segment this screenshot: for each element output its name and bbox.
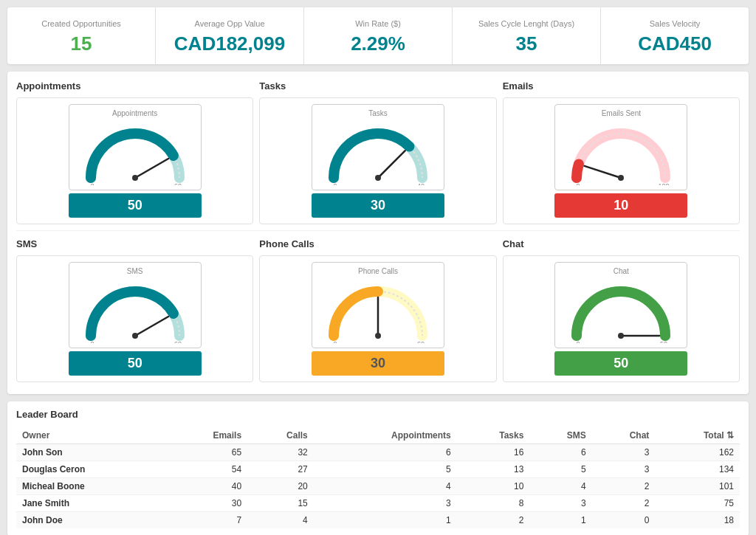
svg-point-21 [618, 333, 624, 339]
lb-cell-7: 75 [655, 495, 740, 512]
kpi-label-avg-opp-value: Average Opp Value [163, 19, 296, 28]
lb-cell-5: 3 [529, 495, 591, 512]
lb-col-emails: Emails [166, 427, 247, 444]
svg-point-9 [618, 175, 624, 181]
sort-icon[interactable]: ⇅ [726, 430, 734, 441]
gauge-inner-label-chat-gauge: Chat [561, 267, 681, 275]
gauge-panel-emails-gauge: Emails Sent 0 100 10 [503, 97, 740, 224]
gauge-inner-label-tasks-gauge: Tasks [318, 109, 438, 117]
table-row: Micheal Boone402041042101 [16, 478, 740, 495]
lb-col-chat: Chat [592, 427, 656, 444]
kpi-card-sales-cycle: Sales Cycle Lenght (Days) 35 [453, 7, 601, 64]
gauge-value-tasks-gauge: 30 [312, 193, 444, 218]
lb-cell-3: 4 [314, 478, 457, 495]
lb-cell-6: 2 [592, 478, 656, 495]
appointments-section-title: Appointments [16, 80, 253, 97]
sms-section-title: SMS [16, 238, 253, 255]
kpi-label-sales-cycle: Sales Cycle Lenght (Days) [460, 19, 593, 28]
lb-cell-4: 13 [457, 461, 530, 478]
gauge-svg-phonecalls-gauge: 0 60 [319, 277, 437, 343]
gauge-value-chat-gauge: 50 [554, 351, 687, 376]
gauge-inner-label-emails-gauge: Emails Sent [561, 109, 681, 117]
table-row: Douglas Ceron542751353134 [16, 461, 740, 478]
lb-cell-4: 2 [457, 512, 530, 529]
svg-text:0: 0 [577, 182, 580, 185]
svg-point-1 [132, 175, 138, 181]
gauge-svg-emails-gauge: 0 100 [562, 119, 680, 185]
gauge-wrapper-appointments-gauge: Appointments 0 60 50 [23, 104, 247, 218]
lb-cell-3: 6 [314, 444, 457, 461]
svg-text:60: 60 [174, 340, 182, 343]
lb-cell-5: 5 [529, 461, 591, 478]
gauge-svg-tasks-gauge: 0 40 [319, 119, 437, 185]
gauge-panel-appointments-gauge: Appointments 0 60 50 [16, 97, 253, 224]
kpi-row: Created Opportunities 15 Average Opp Val… [7, 7, 749, 64]
kpi-card-win-rate: Win Rate ($) 2.29% [304, 7, 453, 64]
svg-point-17 [375, 333, 381, 339]
gauge-wrapper-tasks-gauge: Tasks 0 40 30 [266, 104, 489, 218]
emails-section-title: Emails [503, 80, 740, 97]
gauge-wrapper-chat-gauge: Chat 0 50 50 [509, 262, 733, 376]
lb-cell-7: 134 [655, 461, 740, 478]
gauge-inner-label-phonecalls-gauge: Phone Calls [318, 267, 438, 275]
svg-line-8 [585, 166, 621, 178]
table-row: Jane Smith3015383275 [16, 495, 740, 512]
gauge-value-sms-gauge: 50 [69, 351, 202, 376]
kpi-card-avg-opp-value: Average Opp Value CAD182,099 [156, 7, 304, 64]
gauge-panel-phonecalls-gauge: Phone Calls 0 60 30 [259, 255, 496, 382]
gauge-panel-chat-gauge: Chat 0 50 50 [503, 255, 740, 382]
kpi-value-created-opp: 15 [15, 32, 148, 55]
lb-cell-4: 8 [457, 495, 530, 512]
lb-cell-2: 4 [247, 512, 314, 529]
lb-cell-7: 101 [655, 478, 740, 495]
lb-cell-6: 2 [592, 495, 656, 512]
gauge-row-2: SMS 0 60 50 Phone Calls [16, 255, 740, 382]
tasks-section-title: Tasks [259, 80, 496, 97]
lb-cell-3: 1 [314, 512, 457, 529]
kpi-card-sales-velocity: Sales Velocity CAD450 [601, 7, 749, 64]
gauge-svg-sms-gauge: 0 60 [76, 277, 194, 343]
lb-cell-6: 3 [592, 444, 656, 461]
lb-cell-2: 20 [247, 478, 314, 495]
svg-text:0: 0 [577, 340, 580, 343]
svg-text:60: 60 [417, 340, 425, 343]
lb-cell-0: Micheal Boone [16, 478, 166, 495]
kpi-label-sales-velocity: Sales Velocity [608, 19, 741, 28]
leaderboard-title: Leader Board [16, 409, 740, 420]
kpi-value-win-rate: 2.29% [312, 32, 444, 55]
lb-cell-2: 15 [247, 495, 314, 512]
svg-text:0: 0 [90, 182, 94, 185]
svg-line-0 [135, 159, 168, 178]
gauge-inner-label-sms-gauge: SMS [75, 267, 195, 275]
lb-cell-2: 27 [247, 461, 314, 478]
lb-cell-6: 0 [592, 512, 656, 529]
svg-point-5 [375, 175, 381, 181]
lb-cell-5: 4 [529, 478, 591, 495]
lb-cell-7: 18 [655, 512, 740, 529]
lb-cell-0: Douglas Ceron [16, 461, 166, 478]
lb-cell-5: 6 [529, 444, 591, 461]
table-row: John Son653261663162 [16, 444, 740, 461]
lb-col-appointments: Appointments [314, 427, 457, 444]
lb-col-tasks: Tasks [457, 427, 530, 444]
svg-line-4 [378, 151, 405, 178]
lb-col-total[interactable]: Total ⇅ [655, 427, 740, 444]
lb-cell-1: 54 [166, 461, 247, 478]
lb-cell-4: 10 [457, 478, 530, 495]
svg-text:40: 40 [417, 182, 425, 185]
svg-text:50: 50 [660, 340, 667, 343]
lb-cell-2: 32 [247, 444, 314, 461]
gauge-value-emails-gauge: 10 [554, 193, 687, 218]
gauge-wrapper-phonecalls-gauge: Phone Calls 0 60 30 [266, 262, 489, 376]
gauge-value-appointments-gauge: 50 [69, 193, 202, 218]
gauge-value-phonecalls-gauge: 30 [312, 351, 444, 376]
gauge-panel-sms-gauge: SMS 0 60 50 [16, 255, 253, 382]
lb-cell-1: 7 [166, 512, 247, 529]
gauge-svg-chat-gauge: 0 50 [562, 277, 680, 343]
kpi-label-created-opp: Created Opportunities [15, 19, 148, 28]
kpi-card-created-opp: Created Opportunities 15 [7, 7, 156, 64]
lb-cell-3: 5 [314, 461, 457, 478]
kpi-value-avg-opp-value: CAD182,099 [163, 32, 296, 55]
leaderboard-section: Leader Board OwnerEmailsCallsAppointment… [7, 401, 749, 535]
lb-col-sms: SMS [529, 427, 591, 444]
